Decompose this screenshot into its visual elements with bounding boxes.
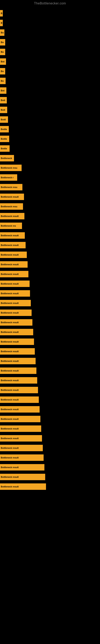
bar-row: Bottleneck result bbox=[0, 453, 100, 462]
bar: Bottleneck result bbox=[0, 329, 33, 335]
bar: Bott bbox=[0, 107, 7, 113]
bar-label: Bottleneck result bbox=[1, 476, 19, 478]
bar: Bottleneck result bbox=[0, 387, 38, 393]
bar: Bottleneck result bbox=[0, 348, 35, 354]
bar: Bottleneck result bbox=[0, 232, 25, 239]
bar-label: Bottleneck result bbox=[1, 408, 19, 410]
bar-row: Bottleneck result bbox=[0, 337, 100, 346]
bar: Bottleneck result bbox=[0, 319, 32, 326]
bar-label: Bottleneck result bbox=[1, 263, 19, 266]
bar-label: Bottleneck result bbox=[1, 466, 19, 468]
bar-row: Bottle bbox=[0, 134, 100, 143]
bar-row: Bottleneck result bbox=[0, 299, 100, 308]
bar-row: Bottleneck result bbox=[0, 241, 100, 250]
bar: Bo bbox=[0, 30, 4, 36]
bar: Bottleneck result bbox=[0, 474, 45, 480]
bar-row: Bott bbox=[0, 96, 100, 105]
bar-row: Bo bbox=[0, 67, 100, 76]
bar: Bottleneck result bbox=[0, 435, 42, 442]
bar-label: Bo bbox=[1, 80, 4, 82]
site-title: TheBottlenecker.com bbox=[0, 0, 100, 7]
bar-label: Bottleneck result bbox=[1, 456, 19, 459]
bar-label: Bottle bbox=[1, 138, 7, 140]
bar-label: Bottleneck result bbox=[1, 428, 19, 430]
bar-label: Bo bbox=[1, 70, 4, 72]
bar-row: Bottleneck result bbox=[0, 250, 100, 259]
bar-row: Bottleneck result bbox=[0, 376, 100, 385]
bar-row: Bo bbox=[0, 38, 100, 47]
bar: Bottle bbox=[0, 145, 10, 152]
bar-label: Bottleneck result bbox=[1, 292, 19, 295]
bar-label: Bottleneck result bbox=[1, 254, 19, 256]
bar-label: Bottleneck result bbox=[1, 389, 19, 391]
bar-row: Bottleneck resu bbox=[0, 164, 100, 172]
bar: Bottleneck result bbox=[0, 242, 26, 248]
bar: Bottleneck result bbox=[0, 213, 24, 219]
bar: Bottl bbox=[0, 116, 8, 123]
bar-row: Bottleneck resu bbox=[0, 202, 100, 211]
bar-label: Bo bbox=[1, 41, 4, 44]
bar-row: B bbox=[0, 18, 100, 27]
bar-label: Bottleneck resu bbox=[1, 205, 17, 208]
bar-row: Bottleneck result bbox=[0, 434, 100, 443]
bar-row: Bottleneck result bbox=[0, 414, 100, 424]
bar-row: Bottleneck result bbox=[0, 212, 100, 220]
bar-label: Bottleneck result bbox=[1, 273, 19, 275]
bar-label: B bbox=[1, 12, 2, 14]
bar: Bo bbox=[0, 68, 5, 74]
bar-label: Bottleneck result bbox=[1, 370, 19, 372]
bar: Bottleneck result bbox=[0, 358, 36, 364]
bar: Bottleneck resu bbox=[0, 184, 22, 190]
bar-row: Bottleneck result bbox=[0, 405, 100, 414]
bar-row: Bo bbox=[0, 76, 100, 85]
bar: Bottleneck result bbox=[0, 484, 46, 490]
bar-row: Bottleneck resu bbox=[0, 183, 100, 192]
bar-label: Bottl bbox=[1, 118, 6, 121]
bar-label: Bottleneck resu bbox=[1, 186, 17, 188]
bar-label: Bott bbox=[1, 99, 5, 102]
bar-row: Bottleneck result bbox=[0, 279, 100, 288]
bar-row: Bottleneck result bbox=[0, 347, 100, 356]
bar-label: Bot bbox=[1, 89, 4, 92]
bar: Bottleneck result bbox=[0, 252, 27, 258]
bar: Bottleneck r bbox=[0, 174, 17, 181]
bar-row: Bott bbox=[0, 106, 100, 114]
bar: Bottleneck result bbox=[0, 338, 34, 345]
bar-row: Bottleneck res bbox=[0, 222, 100, 230]
bar: B bbox=[0, 10, 3, 16]
bar-row: Bottleneck result bbox=[0, 308, 100, 317]
bars-container: BBBoBoBoBotBoBoBotBottBottBottlBottleBot… bbox=[0, 7, 100, 491]
bar-row: Bottleneck result bbox=[0, 424, 100, 433]
bar-label: Bottleneck result bbox=[1, 418, 19, 420]
bar-row: B bbox=[0, 9, 100, 18]
bar: Bottleneck result bbox=[0, 290, 30, 297]
bar-label: Bottleneck res bbox=[1, 224, 16, 227]
bar: Bo bbox=[0, 78, 6, 84]
bar-row: Bottleneck result bbox=[0, 289, 100, 298]
bar-label: Bottleneck result bbox=[1, 486, 19, 488]
bar-row: Bottleneck bbox=[0, 154, 100, 162]
bar-label: Bottleneck result bbox=[1, 360, 19, 362]
bar-label: Bottle bbox=[1, 128, 7, 130]
bar: Bo bbox=[0, 49, 5, 55]
page-container: TheBottlenecker.com BBBoBoBoBotBoBoBotBo… bbox=[0, 0, 100, 644]
bar-row: Bottleneck result bbox=[0, 366, 100, 375]
bar-row: Bottleneck result bbox=[0, 482, 100, 491]
bar-label: Bottleneck result bbox=[1, 196, 19, 198]
bar-label: Bottleneck result bbox=[1, 447, 19, 449]
bar-row: Bottleneck result bbox=[0, 386, 100, 394]
bar-label: Bottleneck resu bbox=[1, 167, 17, 169]
bar: Bottleneck result bbox=[0, 406, 40, 412]
bar: Bottleneck result bbox=[0, 280, 30, 287]
bar-label: Bottleneck result bbox=[1, 302, 19, 304]
bar-label: Bot bbox=[1, 60, 4, 63]
bar: Bottleneck resu bbox=[0, 203, 23, 210]
bar: Bottleneck result bbox=[0, 300, 31, 306]
bar-row: Bottleneck result bbox=[0, 231, 100, 240]
bar-label: Bottleneck result bbox=[1, 215, 19, 217]
bar-label: Bott bbox=[1, 109, 5, 111]
bar-label: Bottleneck result bbox=[1, 282, 19, 285]
bar-label: Bo bbox=[1, 32, 4, 34]
bar: Bo bbox=[0, 39, 5, 46]
bar: Bottleneck bbox=[0, 155, 14, 162]
